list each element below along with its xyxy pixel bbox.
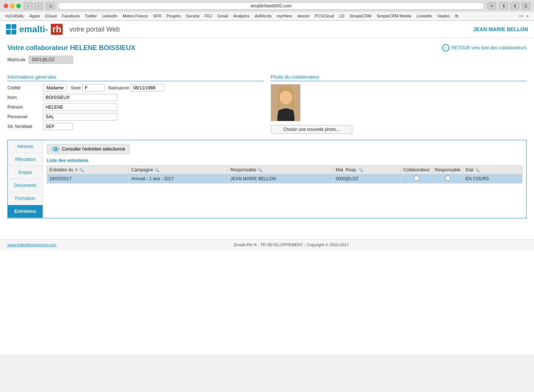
- bookmark-mycanal[interactable]: myCANAL: [3, 13, 26, 19]
- col-collaborateur[interactable]: Collaborateur: [401, 166, 432, 174]
- matricule-input[interactable]: [29, 56, 73, 64]
- cell-responsable2-check[interactable]: [432, 174, 463, 184]
- bookmark-progres[interactable]: Progrès: [164, 13, 183, 19]
- footer-link[interactable]: www.trdeveloppement.com: [7, 243, 56, 247]
- bookmark-societe[interactable]: Societe: [184, 13, 202, 19]
- col-entretien-du-label: Entretien du: [49, 167, 73, 172]
- bookmark-gmail[interactable]: Gmail: [215, 13, 230, 19]
- cell-collaborateur-check[interactable]: [401, 174, 432, 184]
- back-nav-button[interactable]: ‹: [24, 2, 33, 10]
- portal-text: votre portail Web: [69, 26, 120, 33]
- col-etat[interactable]: Etat 🔍: [463, 166, 523, 174]
- nom-input[interactable]: [43, 94, 117, 101]
- traffic-lights: [4, 4, 21, 8]
- form-photo-row: Informations générales Civilité Madame S…: [7, 74, 527, 134]
- bookmark-twitter[interactable]: Twitter: [83, 13, 99, 19]
- personnel-label: Personnel: [7, 114, 41, 119]
- download-icon[interactable]: ⬇: [499, 2, 508, 10]
- consult-button[interactable]: Consulter l'entretien sélectionné: [47, 144, 130, 154]
- bookmark-fb[interactable]: fb: [453, 13, 461, 19]
- bookmark-simplecrmmobile[interactable]: SimpleCRM Mobile: [374, 13, 413, 19]
- user-name: JEAN MARIE BELLON: [473, 26, 528, 32]
- refresh-button[interactable]: ↻: [487, 2, 496, 10]
- bookmark-myrhline[interactable]: myrhline: [274, 13, 294, 19]
- bookmark-viadeo[interactable]: Viadeo: [435, 13, 452, 19]
- bookmark-add[interactable]: +: [524, 13, 531, 19]
- app-container: emalti-rh votre portail Web JEAN MARIE B…: [0, 21, 534, 355]
- bookmark-icloud[interactable]: iCloud: [43, 13, 59, 19]
- table-row[interactable]: 16/03/2017 Annuel - 1 ans - 2017 JEAN MA…: [47, 174, 523, 184]
- sexe-label: Sexe: [71, 85, 81, 90]
- nom-row: Nom: [7, 94, 263, 101]
- bookmark-adwords[interactable]: AdWords: [253, 13, 274, 19]
- sit-fam-input[interactable]: [43, 123, 73, 130]
- page-content: Votre collaborateur HELENE BOISSIEUX Mat…: [0, 38, 534, 224]
- col-responsable2-label: Responsable: [435, 167, 461, 172]
- personnel-input[interactable]: [43, 113, 117, 121]
- tab-emploi[interactable]: Emploi: [8, 166, 43, 179]
- bookmark-fdj[interactable]: FDJ: [202, 13, 214, 19]
- search-icon-etat[interactable]: 🔍: [475, 168, 479, 172]
- bookmark-analytics[interactable]: Analytics: [231, 13, 252, 19]
- sit-fam-label: Sit. familliale: [7, 124, 41, 129]
- col-responsable1[interactable]: Responsable 🔍: [228, 166, 333, 174]
- bookmark-deezer[interactable]: deezer: [295, 13, 312, 19]
- bookmark-apple[interactable]: Apple: [27, 13, 42, 19]
- bookmark-pcscloud[interactable]: PCSCloud: [313, 13, 336, 19]
- bookmark-meteofrance[interactable]: Meteo France: [121, 13, 150, 19]
- address-bar[interactable]: emaltirhweb000.com: [58, 2, 484, 10]
- tab-documents[interactable]: Documents: [8, 179, 43, 192]
- col-entretien-du[interactable]: Entretien du ⇅ 🔍: [47, 166, 129, 174]
- prenom-input[interactable]: [43, 103, 117, 111]
- maximize-button[interactable]: [16, 4, 21, 8]
- search-icon-campagne[interactable]: 🔍: [155, 168, 159, 172]
- sexe-input[interactable]: [82, 84, 105, 92]
- col-campagne-label: Campagne: [131, 167, 153, 172]
- tab-entretiens[interactable]: Entretiens: [8, 205, 43, 218]
- col-responsable2[interactable]: Responsable: [432, 166, 463, 174]
- responsable-checkbox[interactable]: [445, 176, 450, 181]
- col-etat-label: Etat: [465, 167, 473, 172]
- choose-photo-button[interactable]: Choisir une nouvelle photo...: [271, 125, 352, 134]
- close-button[interactable]: [4, 4, 8, 8]
- search-icon-entretien[interactable]: 🔍: [79, 168, 84, 172]
- header-top-row: Votre collaborateur HELENE BOISSIEUX Mat…: [7, 44, 527, 69]
- bookmark-sfr[interactable]: SFR: [151, 13, 164, 19]
- bookmark-simplecrm[interactable]: SimpleCRM: [347, 13, 374, 19]
- col-responsable1-label: Responsable: [230, 167, 256, 172]
- collaborateur-checkbox[interactable]: [414, 176, 419, 181]
- bookmark-linkedin2[interactable]: LinkedIn: [415, 13, 435, 19]
- bookmark-facebook[interactable]: Facebook: [60, 13, 82, 19]
- menu-icon[interactable]: ☰: [521, 2, 530, 10]
- col-campagne[interactable]: Campagne 🔍: [129, 166, 228, 174]
- bookmarks-more[interactable]: >>: [519, 14, 524, 18]
- collaborateur-name: HELENE BOISSIEUX: [70, 44, 135, 52]
- minimize-button[interactable]: [10, 4, 14, 8]
- share-icon[interactable]: ⬆: [510, 2, 519, 10]
- photo-section: Photo du collaborateur: [271, 74, 527, 134]
- bookmark-ld[interactable]: LD: [337, 13, 347, 19]
- back-button[interactable]: ← RETOUR vers liste des collaborateurs: [442, 44, 527, 52]
- cell-mat-resp: 0005@LDZ: [333, 174, 401, 184]
- person-silhouette: [271, 85, 300, 121]
- header-right: ← RETOUR vers liste des collaborateurs: [442, 44, 527, 52]
- app-footer: www.trdeveloppement.com Emalti-RH ® - TR…: [0, 239, 534, 250]
- tabs-sidebar: Adresse Affectation Emploi Documents For…: [8, 140, 43, 218]
- tab-adresse[interactable]: Adresse: [8, 140, 43, 153]
- sort-icon-entretien[interactable]: ⇅: [75, 168, 78, 172]
- col-collaborateur-label: Collaborateur: [403, 167, 430, 172]
- browser-chrome: ‹ › ⊡ emaltirhweb000.com ↻ ⬇ ⬆ ☰ myCANAL…: [0, 0, 534, 21]
- tab-affectation[interactable]: Affectation: [8, 153, 43, 166]
- forward-nav-button[interactable]: ›: [34, 2, 43, 10]
- search-icon-mat-resp[interactable]: 🔍: [359, 168, 363, 172]
- civilite-label: Civilité: [7, 85, 41, 90]
- civilite-value-btn[interactable]: Madame: [43, 84, 67, 92]
- tab-icon[interactable]: ⊡: [46, 2, 55, 10]
- photo-container: Choisir une nouvelle photo...: [271, 84, 527, 134]
- search-icon-responsable1[interactable]: 🔍: [258, 168, 262, 172]
- bookmark-linkedin[interactable]: LinkedIn: [100, 13, 120, 19]
- col-mat-resp[interactable]: Mat. Resp. 🔍: [333, 166, 401, 174]
- tab-formation[interactable]: Formation: [8, 192, 43, 205]
- cell-etat: EN COURS: [463, 174, 523, 184]
- naissance-input[interactable]: [131, 84, 164, 92]
